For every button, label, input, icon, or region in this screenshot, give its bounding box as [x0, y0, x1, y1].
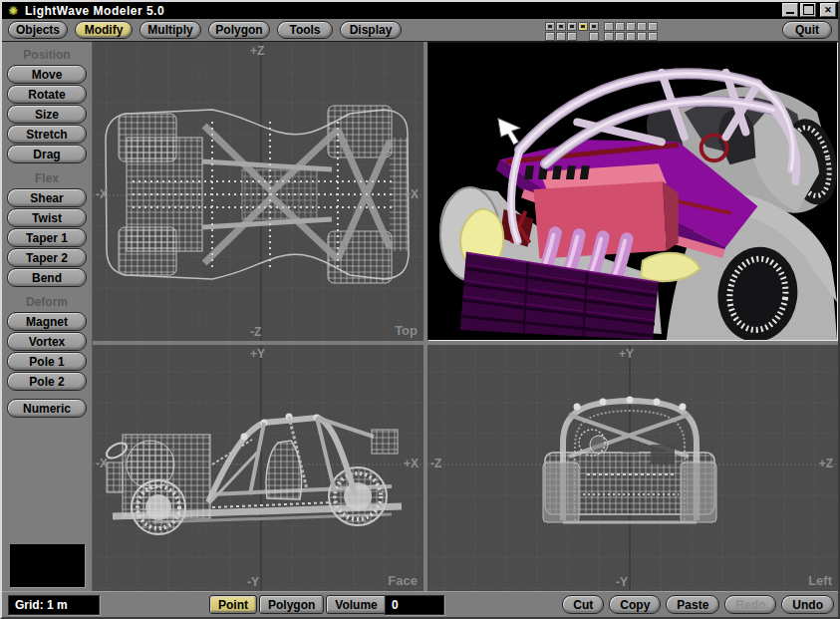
vortex-button[interactable]: Vortex [7, 332, 87, 351]
preset-button[interactable] [589, 32, 599, 41]
section-header-position: Position [2, 48, 92, 62]
paste-button[interactable]: Paste [666, 595, 719, 614]
section-header-deform: Deform [2, 295, 92, 309]
view-preset-grid [545, 22, 658, 42]
pole2-button[interactable]: Pole 2 [7, 372, 87, 391]
minimize-button[interactable] [782, 3, 798, 17]
preset-button[interactable] [556, 22, 566, 31]
pole1-button[interactable]: Pole 1 [7, 352, 87, 371]
copy-button[interactable]: Copy [609, 595, 661, 614]
preset-button[interactable] [615, 22, 625, 31]
preset-button[interactable] [637, 32, 647, 41]
magnet-button[interactable]: Magnet [7, 312, 87, 331]
bend-button[interactable]: Bend [7, 268, 87, 287]
edit-actions: Cut Copy Paste Redo Undo [562, 595, 834, 614]
move-button[interactable]: Move [7, 65, 87, 84]
shaded-car-render [428, 43, 837, 340]
preset-button[interactable] [648, 22, 658, 31]
drag-button[interactable]: Drag [7, 145, 87, 163]
preset-button[interactable] [567, 32, 577, 41]
redo-button[interactable]: Redo [724, 595, 776, 614]
volume-mode-button[interactable]: Volume [326, 595, 386, 614]
section-header-flex: Flex [2, 171, 92, 185]
window-title: LightWave Modeler 5.0 [25, 4, 164, 18]
selection-counter: 0 [385, 595, 444, 615]
toolbar: Objects Modify Multiply Polygon Tools Di… [2, 19, 838, 42]
viewport-preview[interactable] [427, 42, 838, 341]
tab-display[interactable]: Display [340, 21, 402, 39]
polygon-mode-button[interactable]: Polygon [259, 595, 324, 614]
tab-polygon[interactable]: Polygon [208, 21, 270, 39]
preset-button[interactable] [589, 22, 599, 31]
preset-button[interactable] [615, 32, 625, 41]
preset-button[interactable] [604, 22, 614, 31]
tab-modify[interactable]: Modify [75, 21, 133, 39]
rotate-button[interactable]: Rotate [7, 85, 87, 104]
face-view-wireframe [93, 345, 423, 591]
viewport-area: +Z -Z -X +X Top [93, 42, 838, 591]
preset-button[interactable] [556, 32, 566, 41]
tab-objects[interactable]: Objects [8, 21, 68, 39]
maximize-button[interactable] [800, 3, 816, 17]
cursor-arrow-icon [498, 118, 521, 145]
size-button[interactable]: Size [7, 105, 87, 124]
shear-button[interactable]: Shear [7, 188, 87, 207]
title-bar[interactable]: ✺ LightWave Modeler 5.0 ✕ [2, 2, 838, 19]
viewport-face[interactable]: +Y -Y -X +X Face [93, 345, 423, 591]
point-mode-button[interactable]: Point [209, 595, 257, 614]
taper1-button[interactable]: Taper 1 [7, 228, 87, 247]
app-icon: ✺ [5, 5, 21, 17]
preset-button[interactable] [578, 22, 588, 31]
color-swatch [10, 544, 85, 587]
preset-button[interactable] [604, 32, 614, 41]
numeric-button[interactable]: Numeric [7, 399, 87, 418]
preset-button[interactable] [648, 32, 658, 41]
undo-button[interactable]: Undo [781, 595, 834, 614]
twist-button[interactable]: Twist [7, 208, 87, 227]
menu-tabs: Objects Modify Multiply Polygon Tools Di… [8, 21, 402, 39]
window-controls: ✕ [782, 3, 836, 17]
tab-tools[interactable]: Tools [277, 21, 333, 39]
left-view-wireframe [427, 345, 838, 591]
preset-button[interactable] [626, 22, 636, 31]
preset-button[interactable] [545, 22, 555, 31]
preset-button[interactable] [626, 32, 636, 41]
close-button[interactable]: ✕ [820, 3, 836, 17]
preset-button[interactable] [637, 22, 647, 31]
viewport-top[interactable]: +Z -Z -X +X Top [93, 42, 423, 341]
cut-button[interactable]: Cut [562, 595, 604, 614]
status-bar: Grid: 1 m Point Polygon Volume 0 Cut Cop… [2, 591, 838, 617]
preset-button[interactable] [567, 22, 577, 31]
tool-sidebar: Position Move Rotate Size Stretch Drag F… [2, 42, 93, 591]
app-window: ✺ LightWave Modeler 5.0 ✕ Objects Modify… [0, 0, 840, 619]
taper2-button[interactable]: Taper 2 [7, 248, 87, 267]
viewport-left[interactable]: +Y -Y -Z +Z Left [427, 345, 838, 591]
preset-button[interactable] [545, 32, 555, 41]
selection-modes: Point Polygon Volume [209, 595, 387, 614]
top-view-wireframe [93, 42, 423, 341]
stretch-button[interactable]: Stretch [7, 125, 87, 144]
grid-size-display: Grid: 1 m [8, 595, 100, 615]
tab-multiply[interactable]: Multiply [140, 21, 201, 39]
quit-button[interactable]: Quit [782, 21, 832, 39]
